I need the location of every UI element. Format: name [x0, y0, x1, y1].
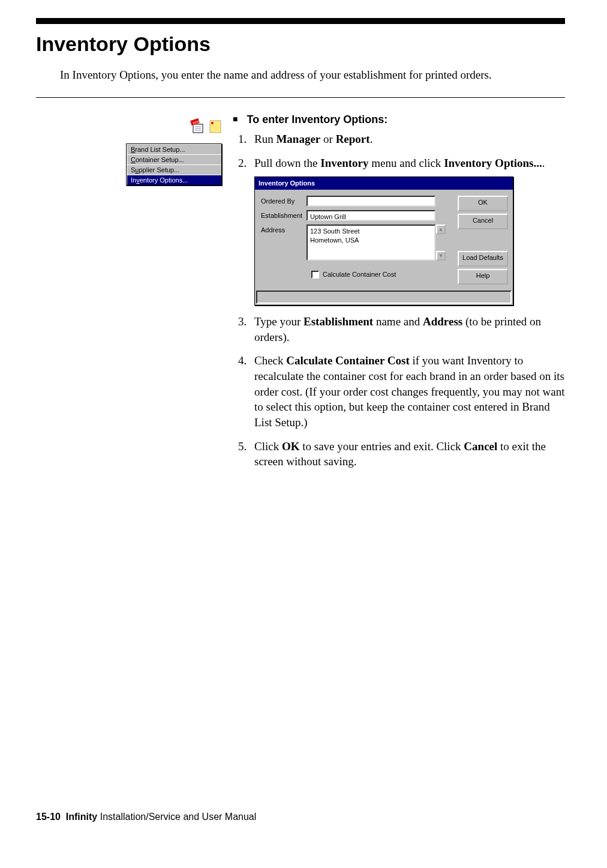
intro-paragraph: In Inventory Options, you enter the name…: [60, 67, 565, 83]
text-bold: Cancel: [464, 440, 497, 453]
svg-point-7: [211, 122, 214, 124]
task-heading: ■ To enter Inventory Options:: [233, 112, 565, 127]
steps-list: Run Manager or Report. Pull down the Inv…: [233, 131, 565, 469]
calculate-container-cost-checkbox[interactable]: [311, 271, 319, 279]
notes-icon: BERG: [190, 118, 206, 137]
text: Check: [254, 354, 286, 367]
product-name: Infinity: [66, 812, 97, 822]
text: .: [542, 157, 545, 169]
task-title: To enter Inventory Options:: [247, 113, 387, 125]
load-defaults-button[interactable]: Load Defaults: [458, 251, 508, 267]
address-label: Address: [261, 225, 306, 235]
page-title: Inventory Options: [36, 32, 565, 56]
ordered-by-field[interactable]: [306, 196, 435, 206]
menu-item-supplier-setup[interactable]: Supplier Setup...: [127, 164, 221, 175]
text-bold: Inventory Options...: [444, 157, 542, 169]
text-bold: Calculate Container Cost: [286, 354, 409, 367]
text-bold: Report: [336, 133, 370, 145]
text-bold: Manager: [276, 133, 320, 145]
text-bold: OK: [282, 440, 300, 453]
divider: [36, 97, 565, 98]
step-2: Pull down the Inventory menu and click I…: [250, 155, 565, 306]
text: Run: [254, 133, 276, 145]
menu-item-inventory-options[interactable]: Inventory Options...: [127, 175, 221, 185]
text: Click: [254, 440, 282, 453]
inventory-menu: Brand List Setup... Container Setup... S…: [126, 143, 222, 185]
inventory-options-dialog: Inventory Options Ordered By Establishme…: [254, 176, 513, 306]
text-bold: Inventory: [320, 157, 368, 169]
step-3: Type your Establishment name and Address…: [250, 314, 565, 345]
text: Pull down the: [254, 157, 320, 169]
step-4: Check Calculate Container Cost if you wa…: [250, 353, 565, 430]
ok-button[interactable]: OK: [458, 196, 508, 211]
text: or: [320, 133, 335, 145]
text: menu and click: [369, 157, 444, 169]
menu-item-brand-list-setup[interactable]: Brand List Setup...: [127, 144, 221, 154]
header-rule: [36, 18, 565, 24]
footer-text: Installation/Service and User Manual: [97, 812, 256, 822]
step-5: Click OK to save your entries and exit. …: [250, 439, 565, 469]
establishment-label: Establishment: [261, 210, 306, 220]
page-number: 15-10: [36, 812, 61, 822]
address-field[interactable]: 123 South Street Hometown, USA: [306, 225, 435, 261]
text: to save your entries and exit. Click: [299, 440, 464, 453]
text-bold: Establishment: [304, 315, 373, 328]
calculate-container-cost-label: Calculate Container Cost: [323, 270, 396, 279]
text: Type your: [254, 315, 304, 328]
step-1: Run Manager or Report.: [250, 131, 565, 147]
text: name and: [373, 315, 423, 328]
square-bullet-icon: ■: [233, 114, 238, 124]
establishment-field[interactable]: Uptown Grill: [306, 210, 435, 221]
menu-item-container-setup[interactable]: Container Setup...: [127, 154, 221, 164]
text: .: [370, 133, 373, 145]
page-footer: 15-10 Infinity Installation/Service and …: [36, 812, 256, 822]
cancel-button[interactable]: Cancel: [458, 214, 508, 229]
status-bar: [256, 291, 512, 304]
scroll-up-icon[interactable]: ▲: [436, 225, 446, 234]
text-bold: Address: [423, 315, 462, 328]
ordered-by-label: Ordered By: [261, 196, 306, 206]
help-button[interactable]: Help: [458, 269, 508, 285]
scroll-down-icon[interactable]: ▼: [436, 251, 446, 261]
note-icon: [209, 118, 222, 137]
dialog-titlebar: Inventory Options: [255, 177, 513, 190]
